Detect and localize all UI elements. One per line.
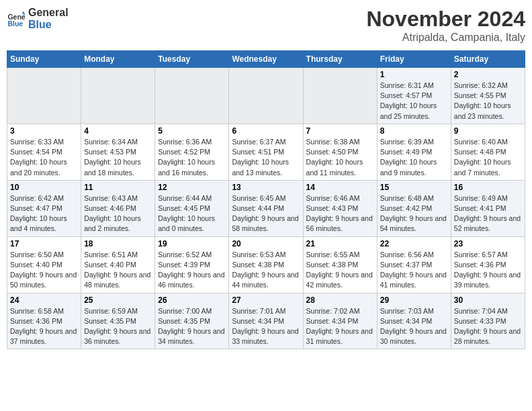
day-info: Sunrise: 6:40 AM Sunset: 4:48 PM Dayligh… <box>454 137 522 178</box>
day-info: Sunrise: 7:04 AM Sunset: 4:33 PM Dayligh… <box>454 306 522 347</box>
weekday-header-sunday: Sunday <box>7 51 81 68</box>
calendar-cell: 24Sunrise: 6:58 AM Sunset: 4:36 PM Dayli… <box>7 293 81 349</box>
weekday-header-saturday: Saturday <box>451 51 525 68</box>
calendar-cell <box>81 68 155 124</box>
day-number: 30 <box>454 295 522 305</box>
calendar-cell: 2Sunrise: 6:32 AM Sunset: 4:55 PM Daylig… <box>451 68 525 124</box>
day-number: 29 <box>380 295 448 305</box>
calendar-cell: 14Sunrise: 6:46 AM Sunset: 4:43 PM Dayli… <box>303 180 377 236</box>
calendar-cell: 19Sunrise: 6:52 AM Sunset: 4:39 PM Dayli… <box>155 236 229 293</box>
calendar-cell: 26Sunrise: 7:00 AM Sunset: 4:35 PM Dayli… <box>155 293 229 349</box>
calendar-cell: 10Sunrise: 6:42 AM Sunset: 4:47 PM Dayli… <box>7 180 81 236</box>
calendar-cell <box>7 68 81 124</box>
logo-icon: General Blue <box>7 9 26 28</box>
day-number: 21 <box>306 239 374 248</box>
calendar-cell: 3Sunrise: 6:33 AM Sunset: 4:54 PM Daylig… <box>7 124 81 180</box>
day-info: Sunrise: 6:43 AM Sunset: 4:46 PM Dayligh… <box>84 193 152 234</box>
calendar-table: SundayMondayTuesdayWednesdayThursdayFrid… <box>7 50 525 349</box>
day-info: Sunrise: 6:36 AM Sunset: 4:52 PM Dayligh… <box>158 137 226 178</box>
day-info: Sunrise: 6:55 AM Sunset: 4:38 PM Dayligh… <box>306 250 374 291</box>
weekday-header-wednesday: Wednesday <box>229 51 303 68</box>
day-info: Sunrise: 6:42 AM Sunset: 4:47 PM Dayligh… <box>10 193 78 234</box>
day-number: 24 <box>10 295 78 305</box>
day-number: 18 <box>84 239 152 248</box>
day-number: 5 <box>158 126 226 136</box>
logo-blue-text: Blue <box>28 19 69 31</box>
day-number: 15 <box>380 183 448 192</box>
day-info: Sunrise: 6:51 AM Sunset: 4:40 PM Dayligh… <box>84 250 152 291</box>
day-info: Sunrise: 6:59 AM Sunset: 4:35 PM Dayligh… <box>84 306 152 347</box>
day-info: Sunrise: 6:31 AM Sunset: 4:57 PM Dayligh… <box>380 81 448 122</box>
day-info: Sunrise: 6:52 AM Sunset: 4:39 PM Dayligh… <box>158 250 226 291</box>
calendar-cell: 16Sunrise: 6:49 AM Sunset: 4:41 PM Dayli… <box>451 180 525 236</box>
day-number: 13 <box>232 183 300 192</box>
day-info: Sunrise: 7:00 AM Sunset: 4:35 PM Dayligh… <box>158 306 226 347</box>
logo: General Blue General Blue <box>7 7 69 30</box>
calendar-cell: 1Sunrise: 6:31 AM Sunset: 4:57 PM Daylig… <box>377 68 451 124</box>
calendar-cell: 17Sunrise: 6:50 AM Sunset: 4:40 PM Dayli… <box>7 236 81 293</box>
weekday-header-friday: Friday <box>377 51 451 68</box>
calendar-cell: 29Sunrise: 7:03 AM Sunset: 4:34 PM Dayli… <box>377 293 451 349</box>
calendar-cell: 9Sunrise: 6:40 AM Sunset: 4:48 PM Daylig… <box>451 124 525 180</box>
calendar-week-row: 17Sunrise: 6:50 AM Sunset: 4:40 PM Dayli… <box>7 236 525 293</box>
day-info: Sunrise: 6:39 AM Sunset: 4:49 PM Dayligh… <box>380 137 448 178</box>
calendar-cell: 18Sunrise: 6:51 AM Sunset: 4:40 PM Dayli… <box>81 236 155 293</box>
day-info: Sunrise: 6:45 AM Sunset: 4:44 PM Dayligh… <box>232 193 300 234</box>
day-number: 25 <box>84 295 152 305</box>
day-info: Sunrise: 7:01 AM Sunset: 4:34 PM Dayligh… <box>232 306 300 347</box>
day-info: Sunrise: 6:53 AM Sunset: 4:38 PM Dayligh… <box>232 250 300 291</box>
calendar-cell: 25Sunrise: 6:59 AM Sunset: 4:35 PM Dayli… <box>81 293 155 349</box>
day-info: Sunrise: 6:48 AM Sunset: 4:42 PM Dayligh… <box>380 193 448 234</box>
day-number: 11 <box>84 183 152 192</box>
month-title: November 2024 <box>366 7 525 32</box>
day-number: 23 <box>454 239 522 248</box>
day-number: 3 <box>10 126 78 136</box>
calendar-cell: 12Sunrise: 6:44 AM Sunset: 4:45 PM Dayli… <box>155 180 229 236</box>
calendar-cell <box>229 68 303 124</box>
calendar-cell <box>303 68 377 124</box>
day-info: Sunrise: 6:46 AM Sunset: 4:43 PM Dayligh… <box>306 193 374 234</box>
day-number: 6 <box>232 126 300 136</box>
calendar-cell: 30Sunrise: 7:04 AM Sunset: 4:33 PM Dayli… <box>451 293 525 349</box>
day-number: 1 <box>380 70 448 79</box>
day-number: 22 <box>380 239 448 248</box>
calendar-cell: 8Sunrise: 6:39 AM Sunset: 4:49 PM Daylig… <box>377 124 451 180</box>
day-info: Sunrise: 7:03 AM Sunset: 4:34 PM Dayligh… <box>380 306 448 347</box>
day-number: 9 <box>454 126 522 136</box>
day-number: 20 <box>232 239 300 248</box>
calendar-cell: 15Sunrise: 6:48 AM Sunset: 4:42 PM Dayli… <box>377 180 451 236</box>
day-number: 7 <box>306 126 374 136</box>
day-info: Sunrise: 6:56 AM Sunset: 4:37 PM Dayligh… <box>380 250 448 291</box>
day-number: 26 <box>158 295 226 305</box>
calendar-cell: 23Sunrise: 6:57 AM Sunset: 4:36 PM Dayli… <box>451 236 525 293</box>
day-info: Sunrise: 7:02 AM Sunset: 4:34 PM Dayligh… <box>306 306 374 347</box>
day-number: 14 <box>306 183 374 192</box>
day-info: Sunrise: 6:50 AM Sunset: 4:40 PM Dayligh… <box>10 250 78 291</box>
day-info: Sunrise: 6:37 AM Sunset: 4:51 PM Dayligh… <box>232 137 300 178</box>
calendar-cell: 6Sunrise: 6:37 AM Sunset: 4:51 PM Daylig… <box>229 124 303 180</box>
day-number: 19 <box>158 239 226 248</box>
calendar-cell: 11Sunrise: 6:43 AM Sunset: 4:46 PM Dayli… <box>81 180 155 236</box>
day-info: Sunrise: 6:58 AM Sunset: 4:36 PM Dayligh… <box>10 306 78 347</box>
day-info: Sunrise: 6:57 AM Sunset: 4:36 PM Dayligh… <box>454 250 522 291</box>
day-number: 2 <box>454 70 522 79</box>
day-info: Sunrise: 6:34 AM Sunset: 4:53 PM Dayligh… <box>84 137 152 178</box>
weekday-header-tuesday: Tuesday <box>155 51 229 68</box>
calendar-cell: 20Sunrise: 6:53 AM Sunset: 4:38 PM Dayli… <box>229 236 303 293</box>
weekday-header-monday: Monday <box>81 51 155 68</box>
day-number: 12 <box>158 183 226 192</box>
page-header: General Blue General Blue November 2024 … <box>7 7 525 44</box>
day-info: Sunrise: 6:38 AM Sunset: 4:50 PM Dayligh… <box>306 137 374 178</box>
day-info: Sunrise: 6:49 AM Sunset: 4:41 PM Dayligh… <box>454 193 522 234</box>
calendar-cell: 4Sunrise: 6:34 AM Sunset: 4:53 PM Daylig… <box>81 124 155 180</box>
day-number: 28 <box>306 295 374 305</box>
calendar-cell: 13Sunrise: 6:45 AM Sunset: 4:44 PM Dayli… <box>229 180 303 236</box>
day-info: Sunrise: 6:44 AM Sunset: 4:45 PM Dayligh… <box>158 193 226 234</box>
day-number: 17 <box>10 239 78 248</box>
day-number: 4 <box>84 126 152 136</box>
weekday-header-thursday: Thursday <box>303 51 377 68</box>
calendar-week-row: 10Sunrise: 6:42 AM Sunset: 4:47 PM Dayli… <box>7 180 525 236</box>
weekday-header-row: SundayMondayTuesdayWednesdayThursdayFrid… <box>7 51 525 68</box>
calendar-cell: 7Sunrise: 6:38 AM Sunset: 4:50 PM Daylig… <box>303 124 377 180</box>
day-number: 16 <box>454 183 522 192</box>
